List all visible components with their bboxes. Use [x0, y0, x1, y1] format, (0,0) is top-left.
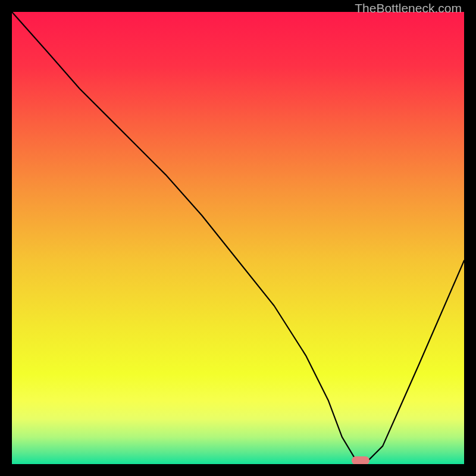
curve-line — [12, 12, 464, 464]
highlight-marker — [352, 456, 369, 464]
plot-area — [12, 12, 464, 464]
watermark-text: TheBottleneck.com — [355, 1, 462, 15]
